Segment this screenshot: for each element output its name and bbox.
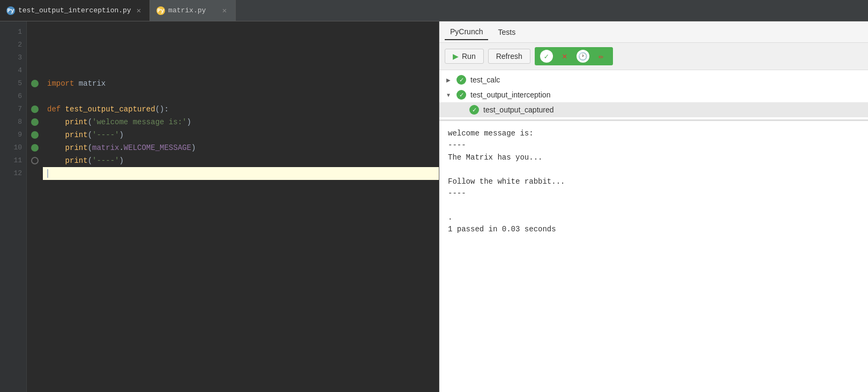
tree-arrow-interception: ▼ (445, 92, 452, 98)
tree-arrow-calc: ▶ (445, 77, 452, 83)
ln-3: 3 (18, 51, 22, 64)
print-fn-8: print (65, 116, 88, 129)
editor-body: 1 2 3 4 5 6 7 8 9 10 11 12 (0, 21, 439, 392)
tree-item-test-output-interception[interactable]: ▼ ✓ test_output_interception (439, 87, 868, 102)
code-line-11: print('----') (43, 154, 439, 167)
editor-panel: 1 2 3 4 5 6 7 8 9 10 11 12 (0, 21, 439, 392)
status-bar: ✓ ✕ 🕐 ✏ (535, 47, 613, 65)
tab-icon-python2: Py (156, 6, 165, 15)
main-content: 1 2 3 4 5 6 7 8 9 10 11 12 (0, 21, 868, 392)
print-fn-9: print (65, 129, 88, 141)
ln-10: 10 (13, 141, 22, 154)
const-ref: WELCOME_MESSAGE (124, 141, 191, 154)
tab-pycrunch[interactable]: PyCrunch (445, 24, 488, 40)
gutter-11[interactable] (31, 154, 39, 167)
code-line-9: print('----') (43, 129, 439, 141)
breakpoint-9[interactable] (31, 131, 39, 139)
breakpoint-8[interactable] (31, 118, 39, 126)
breakpoint-11[interactable] (31, 157, 39, 164)
code-line-6 (43, 90, 439, 103)
tree-status-calc: ✓ (457, 75, 466, 85)
status-clock-icon[interactable]: 🕐 (577, 50, 589, 63)
ln-4: 4 (18, 64, 22, 77)
tree-status-captured: ✓ (469, 105, 479, 115)
ln-9: 9 (18, 129, 22, 141)
status-check-icon[interactable]: ✓ (540, 50, 553, 63)
tab-test-output[interactable]: Py test_output_interception.py ✕ (0, 0, 150, 21)
code-line-10: print(matrix.WELCOME_MESSAGE) (43, 141, 439, 154)
tree-item-test-output-captured[interactable]: ✓ test_output_captured (439, 102, 868, 117)
code-line-4 (43, 64, 439, 77)
ln-1: 1 (18, 26, 22, 39)
run-button[interactable]: ▶ Run (445, 49, 484, 64)
ln-12: 12 (13, 167, 22, 180)
tab-icon-python1: Py (6, 6, 15, 15)
pycrunch-header: PyCrunch Tests (439, 21, 868, 43)
ln-6: 6 (18, 90, 22, 103)
print-fn-11: print (65, 154, 88, 167)
tree-status-interception: ✓ (457, 90, 466, 100)
ln-2: 2 (18, 39, 22, 51)
tab-label-1: test_output_interception.py (18, 6, 131, 14)
status-pencil-icon[interactable]: ✏ (595, 50, 608, 63)
status-cross-icon[interactable]: ✕ (558, 50, 571, 63)
toolbar: ▶ Run Refresh ✓ ✕ 🕐 ✏ (439, 43, 868, 70)
text-cursor (47, 169, 48, 178)
code-area[interactable]: import matrix def test_output_captured()… (43, 21, 439, 392)
run-label: Run (462, 52, 476, 61)
ln-7: 7 (18, 103, 22, 116)
tab-bar: Py test_output_interception.py ✕ Py matr… (0, 0, 868, 21)
gutter (27, 21, 43, 392)
code-line-8: print('welcome message is:') (43, 116, 439, 129)
module-ref: matrix (92, 141, 119, 154)
tab-matrix[interactable]: Py matrix.py ✕ (150, 0, 236, 21)
gutter-7[interactable] (31, 103, 39, 116)
gutter-8[interactable] (31, 116, 39, 129)
refresh-label: Refresh (496, 52, 522, 61)
fn-name: test_output_captured (65, 103, 155, 116)
breakpoint-5[interactable] (31, 80, 39, 87)
gutter-9[interactable] (31, 129, 39, 141)
ln-11: 11 (13, 154, 22, 167)
gutter-10[interactable] (31, 141, 39, 154)
code-line-5: import matrix (43, 77, 439, 90)
tree-item-test-calc[interactable]: ▶ ✓ test_calc (439, 72, 868, 87)
breakpoint-10[interactable] (31, 144, 39, 152)
tab-close-2[interactable]: ✕ (220, 5, 229, 16)
tab-tests[interactable]: Tests (492, 25, 521, 40)
code-line-1 (43, 26, 439, 39)
keyword-import: import (47, 77, 74, 90)
test-tree: ▶ ✓ test_calc ▼ ✓ test_output_intercepti… (439, 70, 868, 120)
output-area: welcome message is: ---- The Matrix has … (439, 120, 868, 392)
tab-label-2: matrix.py (168, 6, 206, 14)
code-line-2 (43, 39, 439, 51)
tab-close-1[interactable]: ✕ (134, 5, 143, 16)
print-fn-10: print (65, 141, 88, 154)
gutter-5[interactable] (31, 77, 39, 90)
tree-label-calc: test_calc (470, 76, 500, 84)
code-line-3 (43, 51, 439, 64)
tree-label-captured: test_output_captured (483, 105, 554, 114)
refresh-button[interactable]: Refresh (488, 49, 530, 64)
tree-label-interception: test_output_interception (470, 91, 550, 99)
code-line-12[interactable] (43, 167, 439, 180)
ln-8: 8 (18, 116, 22, 129)
run-icon: ▶ (453, 52, 459, 61)
ln-5: 5 (18, 77, 22, 90)
code-line-7: def test_output_captured(): (43, 103, 439, 116)
breakpoint-7[interactable] (31, 105, 39, 113)
line-numbers: 1 2 3 4 5 6 7 8 9 10 11 12 (0, 21, 27, 392)
str-8: 'welcome message is:' (92, 116, 186, 129)
str-9: '----' (92, 129, 119, 141)
keyword-def: def (47, 103, 65, 116)
str-11: '----' (92, 154, 119, 167)
right-panel: PyCrunch Tests ▶ Run Refresh ✓ ✕ 🕐 ✏ ▶ ✓ (439, 21, 868, 392)
